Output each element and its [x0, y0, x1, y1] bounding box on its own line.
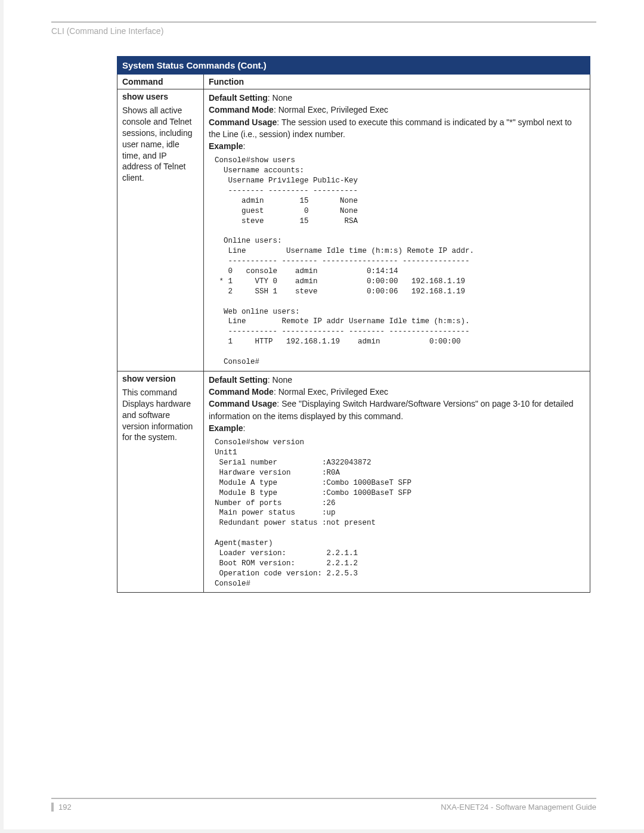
page-number: 192	[51, 803, 72, 812]
function-cell: Default Setting: None Command Mode: Norm…	[204, 89, 590, 371]
table-row: show version This command Displays hardw…	[117, 371, 590, 593]
running-header: CLI (Command Line Interface)	[51, 26, 596, 36]
default-setting-label: Default Setting	[209, 93, 268, 103]
column-header-function: Function	[204, 75, 590, 89]
command-mode-value: : Normal Exec, Privileged Exec	[274, 105, 388, 114]
table-row: show users Shows all active console and …	[117, 89, 590, 371]
content-area: System Status Commands (Cont.) Command F…	[117, 56, 590, 593]
system-status-commands-table: System Status Commands (Cont.) Command F…	[117, 56, 590, 593]
command-cell: show version This command Displays hardw…	[117, 371, 204, 593]
command-mode-value: : Normal Exec, Privileged Exec	[274, 387, 388, 397]
example-output: Console#show users Username accounts: Us…	[215, 156, 585, 367]
page: CLI (Command Line Interface) System Stat…	[0, 0, 644, 833]
command-name: show version	[122, 374, 199, 383]
footer-rule	[51, 798, 596, 799]
page-footer: 192 NXA-ENET24 - Software Management Gui…	[51, 798, 596, 812]
default-setting-label: Default Setting	[209, 375, 268, 385]
command-usage-label: Command Usage	[209, 117, 277, 127]
command-mode-label: Command Mode	[209, 105, 274, 114]
command-cell: show users Shows all active console and …	[117, 89, 204, 371]
default-setting-value: : None	[268, 375, 292, 385]
command-name: show users	[122, 92, 199, 101]
command-usage-label: Command Usage	[209, 399, 277, 408]
doc-title: NXA-ENET24 - Software Management Guide	[441, 803, 596, 812]
example-label: Example	[209, 141, 243, 151]
function-cell: Default Setting: None Command Mode: Norm…	[204, 371, 590, 593]
example-label: Example	[209, 423, 243, 433]
command-mode-label: Command Mode	[209, 387, 274, 397]
header-rule	[51, 21, 596, 23]
table-title: System Status Commands (Cont.)	[117, 57, 590, 75]
default-setting-value: : None	[268, 93, 292, 103]
command-description: Shows all active console and Telnet sess…	[122, 105, 199, 184]
command-description: This command Displays hardware and softw…	[122, 387, 199, 443]
example-output: Console#show version Unit1 Serial number…	[215, 438, 585, 589]
column-header-command: Command	[117, 75, 204, 89]
